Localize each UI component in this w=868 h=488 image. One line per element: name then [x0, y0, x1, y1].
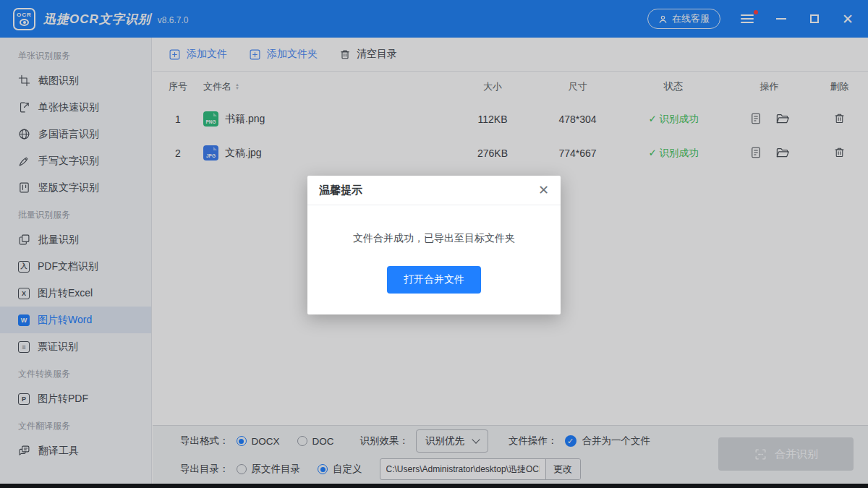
dialog-title: 温馨提示 — [319, 184, 362, 197]
dialog: 温馨提示 ✕ 文件合并成功，已导出至目标文件夹 打开合并文件 — [307, 176, 561, 314]
open-merged-file-button[interactable]: 打开合并文件 — [387, 266, 481, 294]
app-window: OCR 迅捷OCR文字识别 v8.6.7.0 在线客服 ✕ 单张识别服务 截图识… — [0, 0, 868, 488]
dialog-message: 文件合并成功，已导出至目标文件夹 — [307, 232, 561, 245]
close-dialog-icon[interactable]: ✕ — [538, 184, 549, 197]
dialog-header: 温馨提示 ✕ — [307, 176, 561, 205]
